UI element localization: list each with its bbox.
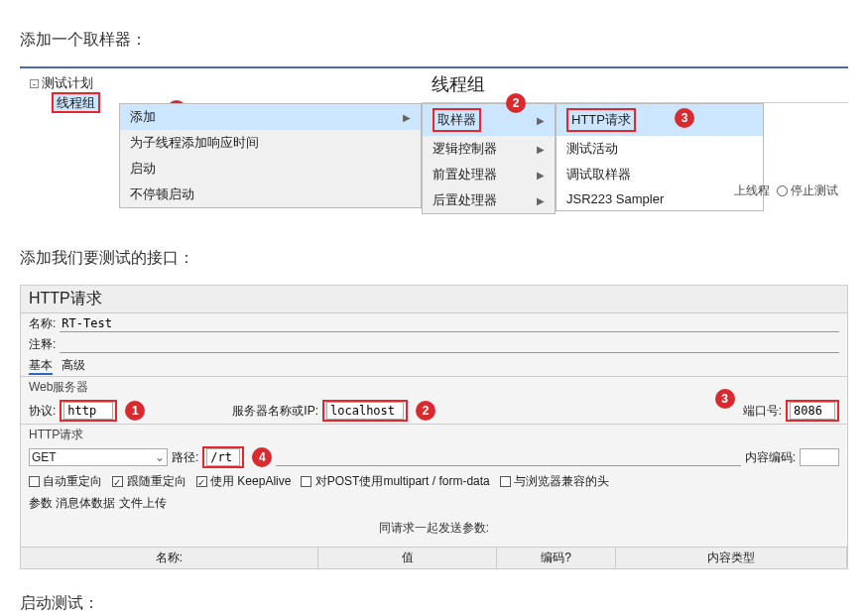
checkbox-browser-headers[interactable] (500, 476, 511, 487)
screenshot-context-menu: 线程组 -测试计划 线程组 1 添加▶ 为子线程添加响应时间 启动 不停顿启动 … (20, 66, 848, 220)
input-content-encoding[interactable] (800, 448, 839, 466)
menu-item-logic-controller[interactable]: 逻辑控制器▶ (423, 136, 555, 162)
select-method[interactable]: GET ⌄ (29, 448, 168, 466)
checkbox-multipart[interactable] (301, 476, 311, 487)
chevron-right-icon: ▶ (537, 170, 545, 181)
input-name[interactable] (60, 315, 839, 332)
chevron-right-icon: ▶ (537, 195, 545, 206)
menu-item-add[interactable]: 添加▶ (120, 104, 421, 130)
th-content-type: 内容类型 (616, 548, 847, 568)
group-http-request: HTTP请求 (21, 424, 847, 443)
checkbox-keepalive[interactable] (196, 476, 207, 487)
annotation-badge-4: 4 (252, 447, 272, 467)
context-menu-level2: 取样器▶ 逻辑控制器▶ 前置处理器▶ 后置处理器▶ (422, 103, 556, 214)
menu-item-test-action[interactable]: 测试活动 (557, 136, 763, 162)
menu-item-debug-sampler[interactable]: 调试取样器 (557, 162, 763, 187)
thread-stop-options: 上线程 停止测试 (734, 183, 838, 199)
tab-basic[interactable]: 基本 (29, 358, 53, 375)
label-path: 路径: (172, 449, 198, 466)
label-note: 注释: (29, 336, 56, 353)
heading-start-test: 启动测试： (20, 593, 848, 614)
params-table-header: 名称: 值 编码? 内容类型 (21, 547, 847, 568)
tree-collapse-icon[interactable]: - (30, 79, 39, 88)
heading-add-api: 添加我们要测试的接口： (20, 248, 848, 269)
annotation-badge-3: 3 (715, 389, 735, 409)
chevron-right-icon: ▶ (537, 115, 545, 126)
tab-advanced[interactable]: 高级 (62, 358, 85, 372)
menu-item-sampler[interactable]: 取样器▶ (423, 104, 555, 136)
screenshot-http-request-form: HTTP请求 名称: 注释: 基本 高级 Web服务器 协议: 1 服务器名称或… (20, 285, 848, 569)
input-port[interactable] (790, 402, 835, 420)
input-path[interactable] (206, 448, 240, 466)
input-path-rest[interactable] (276, 449, 740, 466)
input-protocol[interactable] (63, 402, 113, 420)
checkbox-follow-redirect[interactable] (112, 476, 123, 487)
tree-node-thread-group[interactable]: 线程组 (52, 92, 100, 113)
panel-title-http-request: HTTP请求 (21, 286, 847, 313)
th-encode: 编码? (497, 548, 616, 568)
annotation-badge-2: 2 (416, 401, 435, 421)
context-menu-level3: HTTP请求 测试活动 调试取样器 JSR223 Sampler (556, 103, 764, 211)
hint-send-params: 同请求一起发送参数: (21, 514, 847, 539)
annotation-badge-2: 2 (506, 93, 526, 113)
panel-title-thread-group: 线程组 (422, 68, 848, 103)
label-name: 名称: (29, 315, 56, 332)
menu-item-response-time[interactable]: 为子线程添加响应时间 (120, 130, 421, 156)
chevron-right-icon: ▶ (537, 144, 545, 155)
menu-item-start-no-pause[interactable]: 不停顿启动 (120, 182, 421, 207)
input-note[interactable] (60, 336, 839, 353)
label-server: 服务器名称或IP: (232, 403, 318, 420)
radio-icon[interactable] (777, 185, 788, 196)
input-server[interactable] (326, 402, 404, 420)
th-value: 值 (318, 548, 497, 568)
heading-add-sampler: 添加一个取样器： (20, 30, 848, 51)
menu-item-post-processor[interactable]: 后置处理器▶ (423, 187, 555, 213)
subtabs-params[interactable]: 参数 消息体数据 文件上传 (29, 495, 167, 512)
menu-item-jsr223-sampler[interactable]: JSR223 Sampler (557, 187, 763, 210)
menu-item-http-request[interactable]: HTTP请求 (557, 104, 763, 136)
annotation-badge-3: 3 (675, 108, 694, 128)
th-name: 名称: (21, 548, 318, 568)
menu-item-pre-processor[interactable]: 前置处理器▶ (423, 162, 555, 187)
label-protocol: 协议: (29, 403, 56, 420)
label-port: 端口号: (743, 403, 782, 420)
menu-item-start[interactable]: 启动 (120, 156, 421, 182)
label-content-encoding: 内容编码: (745, 449, 796, 466)
checkbox-auto-redirect[interactable] (29, 476, 40, 487)
chevron-down-icon: ⌄ (155, 450, 165, 464)
tree-node-test-plan[interactable]: -测试计划 (30, 74, 100, 92)
annotation-badge-1: 1 (125, 401, 145, 421)
context-menu-level1: 添加▶ 为子线程添加响应时间 启动 不停顿启动 (119, 103, 422, 208)
chevron-right-icon: ▶ (403, 112, 411, 123)
